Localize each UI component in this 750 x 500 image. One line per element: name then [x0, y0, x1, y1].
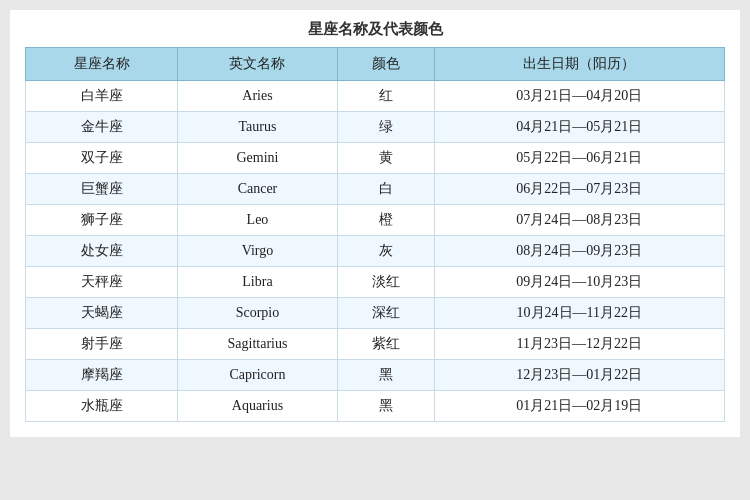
cell-english-name: Taurus	[178, 112, 338, 143]
cell-dates: 08月24日—09月23日	[434, 236, 724, 267]
cell-color: 深红	[337, 298, 434, 329]
header-english-name: 英文名称	[178, 48, 338, 81]
cell-color: 黄	[337, 143, 434, 174]
zodiac-table: 星座名称 英文名称 颜色 出生日期（阳历） 白羊座Aries红03月21日—04…	[25, 47, 725, 422]
cell-color: 红	[337, 81, 434, 112]
table-header: 星座名称 英文名称 颜色 出生日期（阳历）	[26, 48, 725, 81]
cell-chinese-name: 摩羯座	[26, 360, 178, 391]
cell-color: 灰	[337, 236, 434, 267]
cell-english-name: Leo	[178, 205, 338, 236]
cell-color: 黑	[337, 391, 434, 422]
cell-chinese-name: 天秤座	[26, 267, 178, 298]
table-row: 狮子座Leo橙07月24日—08月23日	[26, 205, 725, 236]
cell-chinese-name: 巨蟹座	[26, 174, 178, 205]
cell-chinese-name: 双子座	[26, 143, 178, 174]
cell-chinese-name: 白羊座	[26, 81, 178, 112]
table-row: 水瓶座Aquarius黑01月21日—02月19日	[26, 391, 725, 422]
cell-dates: 06月22日—07月23日	[434, 174, 724, 205]
cell-color: 紫红	[337, 329, 434, 360]
cell-english-name: Gemini	[178, 143, 338, 174]
table-row: 天蝎座Scorpio深红10月24日—11月22日	[26, 298, 725, 329]
cell-dates: 01月21日—02月19日	[434, 391, 724, 422]
page-container: 星座名称及代表颜色 星座名称 英文名称 颜色 出生日期（阳历） 白羊座Aries…	[10, 10, 740, 437]
cell-color: 黑	[337, 360, 434, 391]
cell-dates: 03月21日—04月20日	[434, 81, 724, 112]
cell-chinese-name: 处女座	[26, 236, 178, 267]
table-row: 摩羯座Capricorn黑12月23日—01月22日	[26, 360, 725, 391]
table-body: 白羊座Aries红03月21日—04月20日金牛座Taurus绿04月21日—0…	[26, 81, 725, 422]
cell-dates: 12月23日—01月22日	[434, 360, 724, 391]
table-row: 白羊座Aries红03月21日—04月20日	[26, 81, 725, 112]
cell-chinese-name: 狮子座	[26, 205, 178, 236]
page-title: 星座名称及代表颜色	[25, 20, 725, 39]
cell-chinese-name: 射手座	[26, 329, 178, 360]
cell-english-name: Libra	[178, 267, 338, 298]
table-row: 处女座Virgo灰08月24日—09月23日	[26, 236, 725, 267]
header-chinese-name: 星座名称	[26, 48, 178, 81]
cell-dates: 09月24日—10月23日	[434, 267, 724, 298]
cell-english-name: Virgo	[178, 236, 338, 267]
cell-chinese-name: 水瓶座	[26, 391, 178, 422]
header-row: 星座名称 英文名称 颜色 出生日期（阳历）	[26, 48, 725, 81]
cell-english-name: Aquarius	[178, 391, 338, 422]
cell-color: 白	[337, 174, 434, 205]
cell-english-name: Cancer	[178, 174, 338, 205]
cell-english-name: Aries	[178, 81, 338, 112]
table-row: 射手座Sagittarius紫红11月23日—12月22日	[26, 329, 725, 360]
table-row: 巨蟹座Cancer白06月22日—07月23日	[26, 174, 725, 205]
cell-color: 橙	[337, 205, 434, 236]
header-dates: 出生日期（阳历）	[434, 48, 724, 81]
cell-chinese-name: 金牛座	[26, 112, 178, 143]
cell-english-name: Sagittarius	[178, 329, 338, 360]
cell-color: 淡红	[337, 267, 434, 298]
cell-dates: 05月22日—06月21日	[434, 143, 724, 174]
table-row: 双子座Gemini黄05月22日—06月21日	[26, 143, 725, 174]
header-color: 颜色	[337, 48, 434, 81]
cell-english-name: Capricorn	[178, 360, 338, 391]
cell-dates: 07月24日—08月23日	[434, 205, 724, 236]
cell-english-name: Scorpio	[178, 298, 338, 329]
table-row: 天秤座Libra淡红09月24日—10月23日	[26, 267, 725, 298]
cell-color: 绿	[337, 112, 434, 143]
cell-chinese-name: 天蝎座	[26, 298, 178, 329]
cell-dates: 04月21日—05月21日	[434, 112, 724, 143]
table-row: 金牛座Taurus绿04月21日—05月21日	[26, 112, 725, 143]
cell-dates: 11月23日—12月22日	[434, 329, 724, 360]
cell-dates: 10月24日—11月22日	[434, 298, 724, 329]
